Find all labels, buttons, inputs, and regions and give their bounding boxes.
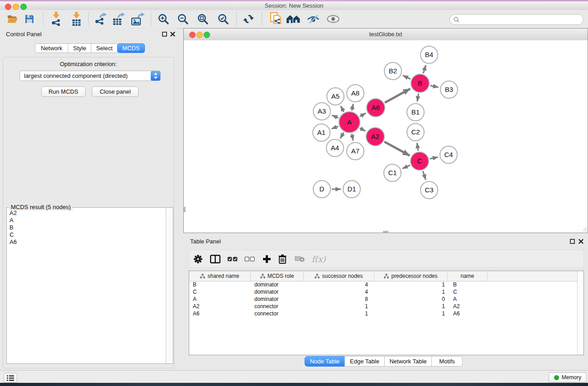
table-row[interactable]: A6connector11A6 [189,310,578,317]
table-cell[interactable]: 1 [374,310,448,317]
zoom-selected-button[interactable] [215,11,231,27]
column-header-predecessor-nodes[interactable]: predecessor nodes [374,271,448,281]
column-header-successor-nodes[interactable]: successor nodes [304,271,374,281]
table-cell[interactable]: A [448,295,488,303]
network-canvas[interactable]: AA1A2A3A4A5A6A7A8BB1B2B3B4CC1C2C3C4DD1 [184,40,588,233]
tab-mcds[interactable]: MCDS [117,43,145,53]
float-panel-button[interactable] [161,31,167,37]
table-row[interactable]: Bdominator41B [189,281,578,288]
column-header-MCDS-role[interactable]: MCDS role [251,271,304,281]
horizontal-scroll-indicator[interactable] [383,231,388,233]
mcds-result-item[interactable]: A2 [7,210,166,217]
graph-edge-A2-C[interactable] [384,142,410,156]
table-row[interactable]: A2connector11A2 [189,303,578,310]
network-window-titlebar[interactable]: testGlobe.txt [184,29,588,41]
select-all-button[interactable] [225,250,240,267]
graph-edge-B-B2[interactable] [403,76,411,79]
memory-button[interactable]: Memory [549,372,587,382]
open-session-button[interactable] [5,11,21,27]
graph-edge-A-A3[interactable] [332,115,338,118]
table-row[interactable]: Cdominator41C [189,288,578,295]
tab-network-table[interactable]: Network Table [384,356,432,367]
graph-edge-C-C2[interactable] [417,143,418,151]
import-network-button[interactable] [48,11,65,27]
table-cell[interactable]: B [189,281,251,288]
graph-edge-A-A5[interactable] [340,106,344,112]
mcds-result-scrollbar[interactable] [166,208,173,363]
mcds-result-item[interactable]: A6 [7,238,166,246]
table-cell[interactable]: C [448,288,488,295]
zoom-fit-button[interactable] [195,11,211,27]
task-history-button[interactable] [4,373,17,383]
save-session-button[interactable] [21,11,38,27]
table-cell[interactable]: 1 [304,310,374,317]
table-cell[interactable]: B [448,281,488,288]
close-panel-button[interactable] [169,31,176,37]
table-cell[interactable]: 4 [304,288,374,295]
close-panel-action-button[interactable]: Close panel [92,86,139,97]
graph-edge-B-B1[interactable] [417,94,419,102]
table-cell[interactable]: C [189,288,251,295]
run-mcds-button[interactable]: Run MCDS [41,86,86,97]
zoom-in-button[interactable] [155,11,172,27]
titlebar[interactable]: Session: New Session [0,1,588,10]
tab-edge-table[interactable]: Edge Table [344,356,385,367]
delete-table-button[interactable] [292,250,307,267]
table-cell[interactable]: A2 [189,303,251,310]
graph-edge-A-A2[interactable] [360,128,366,131]
deselect-all-button[interactable] [242,250,257,267]
tab-motifs[interactable]: Motifs [431,356,463,367]
zoom-out-button[interactable] [175,11,191,27]
refresh-button[interactable] [240,11,257,27]
graph-edge-C-C1[interactable] [402,165,410,168]
table-float-button[interactable] [569,238,575,244]
table-cell[interactable]: 8 [304,295,374,303]
table-cell[interactable]: dominator [251,295,304,303]
search-field[interactable] [449,14,583,25]
tab-select[interactable]: Select [91,43,118,53]
tab-network[interactable]: Network [35,43,68,53]
add-row-button[interactable] [259,250,274,267]
export-network-button[interactable] [92,11,109,27]
table-cell[interactable]: 0 [374,295,448,303]
table-cell[interactable]: A2 [448,303,488,310]
column-header-name[interactable]: name [448,271,488,281]
table-cell[interactable]: connector [251,310,304,317]
table-cell[interactable]: 1 [374,281,448,288]
table-cell[interactable]: A6 [448,310,488,317]
table-cell[interactable]: 4 [304,281,374,288]
mcds-result-list[interactable]: A2ABCA6 [7,210,166,363]
graph-edge-C-C3[interactable] [423,171,425,180]
table-cell[interactable]: 1 [304,303,374,310]
table-cell[interactable]: A [189,295,251,303]
column-header-shared-name[interactable]: shared name [189,271,251,281]
table-cell[interactable]: 1 [374,288,448,295]
hide-selection-button[interactable] [305,11,321,27]
criterion-dropdown[interactable]: largest connected component (directed) [19,71,161,81]
table-close-button[interactable] [578,238,584,244]
import-table-button[interactable] [68,11,85,27]
export-table-button[interactable] [110,11,127,27]
search-input[interactable] [461,15,583,24]
graph-edge-B-B4[interactable] [423,65,426,73]
table-cell[interactable]: dominator [251,288,304,295]
mcds-result-item[interactable]: B [7,224,166,231]
table-scrollbar[interactable] [577,271,583,355]
export-image-button[interactable] [129,11,147,27]
show-all-button[interactable] [325,11,341,27]
graph-edge-A-A4[interactable] [340,133,344,138]
graph-edge-A-A8[interactable] [352,104,353,111]
graph-edge-A-A1[interactable] [332,126,339,129]
mcds-result-item[interactable]: C [7,231,166,238]
mcds-result-item[interactable]: A [7,217,166,224]
table-row[interactable]: Adominator80A [189,295,578,303]
graph-edge-A-A6[interactable] [360,113,366,116]
tab-node-table[interactable]: Node Table [305,356,345,367]
column-settings-button[interactable] [190,250,206,267]
delete-row-button[interactable] [275,250,290,267]
tab-style[interactable]: Style [68,43,91,53]
resize-grip[interactable] [581,226,587,232]
function-builder-button[interactable]: f(x) [310,250,328,267]
graph-edge-A-A7[interactable] [352,133,353,140]
vertical-scroll-indicator[interactable] [184,207,186,212]
